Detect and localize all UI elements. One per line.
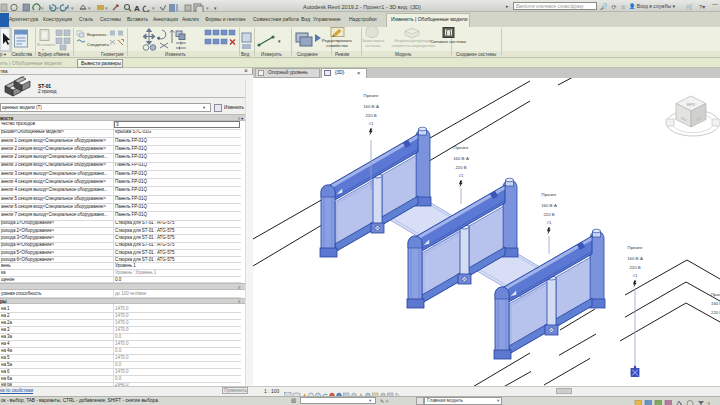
svg-text:▾: ▾ xyxy=(214,5,217,11)
svg-text:▾: ▾ xyxy=(71,5,74,11)
svg-text:▾: ▾ xyxy=(206,5,209,11)
svg-text:Вырезать ·: Вырезать · xyxy=(87,32,109,37)
svg-text:ВЕРХ: ВЕРХ xyxy=(687,103,696,107)
svg-text:основы: основы xyxy=(366,43,381,48)
svg-text:▾: ▾ xyxy=(41,5,44,11)
svg-text:▾: ▾ xyxy=(278,38,281,44)
svg-text:▾: ▾ xyxy=(42,47,44,52)
svg-text::1: :1 xyxy=(706,401,710,405)
svg-text:семейство: семейство xyxy=(326,43,348,48)
svg-text:Вставить: Вставить xyxy=(37,42,56,47)
svg-text:160 В·А: 160 В·А xyxy=(711,301,720,306)
svg-text:▾: ▾ xyxy=(88,5,91,11)
svg-text:▾: ▾ xyxy=(152,5,155,11)
svg-text:Соединить ·: Соединить · xyxy=(87,42,112,47)
svg-text:Прочее: Прочее xyxy=(711,292,720,297)
svg-text:220 В: 220 В xyxy=(711,310,720,315)
svg-text:элементы-перекрытия: элементы-перекрытия xyxy=(391,43,435,48)
svg-text:▾: ▾ xyxy=(56,5,59,11)
svg-text:▾: ▾ xyxy=(105,5,108,11)
svg-text:Силовая система: Силовая система xyxy=(430,39,466,44)
